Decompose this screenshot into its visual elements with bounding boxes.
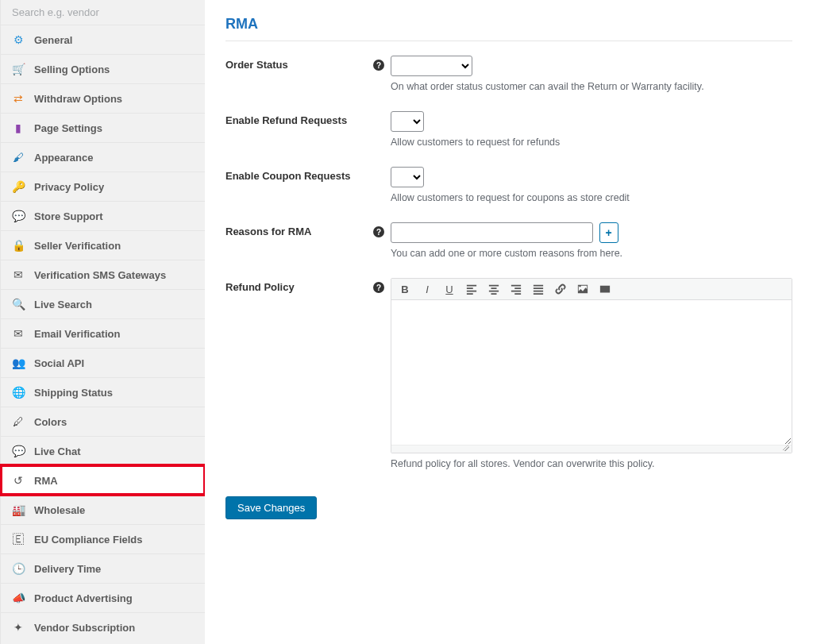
sidebar-item-label: Product Advertising [34,592,133,604]
sidebar-item-label: Live Search [34,299,92,310]
sidebar-item-live-search[interactable]: 🔍Live Search [1,289,205,318]
sidebar-item-page-settings[interactable]: ▮Page Settings [1,113,205,142]
gear-icon: ⚙ [12,33,25,46]
order-status-select[interactable] [391,56,472,76]
help-icon[interactable]: ? [373,282,384,293]
page-title: RMA [225,16,792,33]
field-reasons: Reasons for RMA ? + You can add one or m… [225,222,792,259]
sidebar-item-colors[interactable]: 🖊Colors [1,407,205,436]
main-content: RMA Order Status ? On what order status … [205,0,813,644]
enable-refund-label: Enable Refund Requests [225,111,367,126]
sidebar-item-label: Shipping Status [34,387,113,399]
align-left-icon[interactable] [464,282,479,296]
sidebar-item-label: Delivery Time [34,563,101,575]
align-center-icon[interactable] [487,282,501,296]
sidebar-item-appearance[interactable]: 🖌Appearance [1,142,205,172]
clock-icon: 🕒 [12,562,25,575]
sidebar-item-label: General [34,34,72,46]
envelope-icon: ✉ [12,268,25,281]
sidebar-item-label: Seller Verification [34,240,121,252]
sidebar-item-privacy-policy[interactable]: 🔑Privacy Policy [1,172,205,201]
field-refund-policy: Refund Policy ? B I U [225,278,792,469]
add-reason-button[interactable]: + [599,222,618,243]
sidebar-item-label: Email Verification [34,328,120,340]
sidebar-item-wholesale[interactable]: 🏭Wholesale [1,495,205,524]
section-divider [225,40,792,41]
refund-policy-editor: B I U [391,278,792,453]
sidebar-search-input[interactable] [1,0,205,25]
align-justify-icon[interactable] [531,282,545,296]
resize-handle[interactable] [391,445,792,453]
editor-toolbar: B I U [391,279,792,300]
field-order-status: Order Status ? On what order status cust… [225,56,792,92]
sidebar-item-label: Social API [34,357,84,369]
sidebar-item-label: Colors [34,416,67,428]
reasons-description: You can add one or more custom reasons f… [391,248,792,259]
social-icon: 👥 [12,357,25,369]
sidebar-item-withdraw-options[interactable]: ⇄Withdraw Options [1,83,205,113]
sidebar-item-label: Withdraw Options [34,93,122,105]
sidebar-item-vendor-subscription[interactable]: ✦Vendor Subscription [1,612,205,642]
sidebar-item-verification-sms-gateways[interactable]: ✉Verification SMS Gateways [1,260,205,289]
sidebar-item-label: Vendor Subscription [34,622,135,634]
keyboard-icon[interactable] [598,282,612,296]
enable-coupon-label: Enable Coupon Requests [225,167,367,182]
link-icon[interactable] [553,282,568,296]
sidebar-item-shipping-status[interactable]: 🌐Shipping Status [1,377,205,407]
sidebar-item-label: Wholesale [34,504,85,516]
align-right-icon[interactable] [509,282,523,296]
enable-coupon-select[interactable]: No [391,167,424,187]
sidebar-item-seller-verification[interactable]: 🔒Seller Verification [1,230,205,260]
eu-icon: 🇪 [12,533,25,546]
reasons-label: Reasons for RMA [225,222,367,237]
sidebar-item-label: Selling Options [34,64,110,75]
sidebar-item-label: Store Support [34,210,103,222]
order-status-description: On what order status customer can avail … [391,81,792,92]
enable-refund-description: Allow customers to request for refunds [391,137,792,148]
cart-icon: 🛒 [12,63,25,75]
sidebar-item-label: Page Settings [34,122,102,134]
help-icon[interactable]: ? [373,226,384,237]
sidebar-item-general[interactable]: ⚙General [1,25,205,54]
refund-policy-label: Refund Policy [225,278,367,293]
sidebar-item-label: Privacy Policy [34,181,104,193]
field-enable-coupon: Enable Coupon Requests No Allow customer… [225,167,792,203]
sidebar-item-social-api[interactable]: 👥Social API [1,348,205,377]
sidebar-item-rma[interactable]: ↺RMA [1,465,205,495]
sidebar-item-eu-compliance-fields[interactable]: 🇪EU Compliance Fields [1,524,205,553]
sidebar-item-delivery-time[interactable]: 🕒Delivery Time [1,553,205,583]
chat-icon: 💬 [12,445,25,457]
field-enable-refund: Enable Refund Requests No Allow customer… [225,111,792,148]
support-icon: 💬 [12,210,25,222]
refund-policy-description: Refund policy for all stores. Vendor can… [391,458,792,469]
enable-refund-select[interactable]: No [391,111,424,132]
search-icon: 🔍 [12,298,25,310]
help-icon[interactable]: ? [373,60,384,71]
rma-icon: ↺ [12,474,25,487]
appearance-icon: 🖌 [12,151,25,164]
italic-icon[interactable]: I [420,282,434,296]
globe-icon: 🌐 [12,386,25,399]
subscription-icon: ✦ [12,621,25,634]
enable-coupon-description: Allow customers to request for coupons a… [391,192,792,203]
sidebar-item-product-advertising[interactable]: 📣Product Advertising [1,583,205,612]
sidebar-item-label: RMA [34,475,58,487]
sidebar-item-selling-options[interactable]: 🛒Selling Options [1,54,205,83]
sidebar-item-live-chat[interactable]: 💬Live Chat [1,436,205,465]
sidebar-item-store-support[interactable]: 💬Store Support [1,201,205,230]
order-status-label: Order Status [225,56,367,71]
refund-policy-textarea[interactable] [391,300,792,445]
settings-sidebar: ⚙General🛒Selling Options⇄Withdraw Option… [0,0,205,644]
image-icon[interactable] [576,282,590,296]
privacy-icon: 🔑 [12,180,25,193]
reasons-input[interactable] [391,222,593,243]
megaphone-icon: 📣 [12,592,25,604]
email-icon: ✉ [12,327,25,340]
sidebar-item-label: Appearance [34,152,93,164]
bold-icon[interactable]: B [398,282,412,296]
underline-icon[interactable]: U [442,282,457,296]
sidebar-item-label: EU Compliance Fields [34,534,143,546]
sidebar-item-email-verification[interactable]: ✉Email Verification [1,318,205,348]
withdraw-icon: ⇄ [12,92,25,105]
save-button[interactable]: Save Changes [225,496,317,519]
